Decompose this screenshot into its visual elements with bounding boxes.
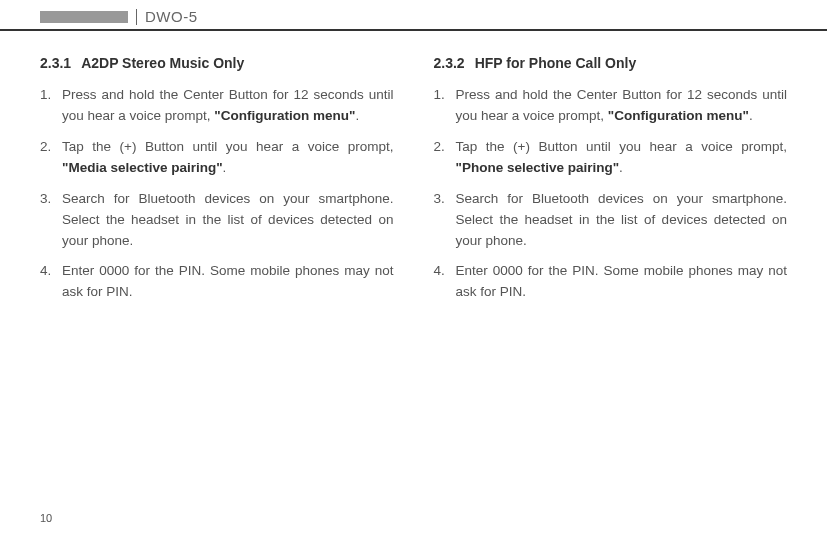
step-text-post: . [355,108,359,123]
step-item: Enter 0000 for the PIN. Some mobile phon… [40,261,394,303]
step-item: Tap the (+) Button until you hear a voic… [434,137,788,179]
step-text-pre: Search for Bluetooth devices on your sma… [62,191,394,248]
step-item: Search for Bluetooth devices on your sma… [40,189,394,252]
content-area: 2.3.1A2DP Stereo Music Only Press and ho… [0,31,827,313]
step-text-pre: Tap the (+) Button until you hear a voic… [62,139,394,154]
steps-list-right: Press and hold the Center Button for 12 … [434,85,788,303]
step-text-bold: "Media selective pairing" [62,160,223,175]
step-text-bold: "Phone selective pairing" [456,160,620,175]
left-column: 2.3.1A2DP Stereo Music Only Press and ho… [40,55,394,313]
right-column: 2.3.2HFP for Phone Call Only Press and h… [434,55,788,313]
model-name: DWO-5 [145,8,198,25]
step-text-post: . [223,160,227,175]
step-text-post: . [749,108,753,123]
step-item: Search for Bluetooth devices on your sma… [434,189,788,252]
step-text-pre: Enter 0000 for the PIN. Some mobile phon… [456,263,788,299]
heading-number: 2.3.1 [40,55,71,71]
heading-number: 2.3.2 [434,55,465,71]
section-heading-right: 2.3.2HFP for Phone Call Only [434,55,788,71]
step-item: Press and hold the Center Button for 12 … [40,85,394,127]
page-number: 10 [40,512,52,524]
steps-list-left: Press and hold the Center Button for 12 … [40,85,394,303]
header-divider [136,9,137,25]
section-heading-left: 2.3.1A2DP Stereo Music Only [40,55,394,71]
step-item: Press and hold the Center Button for 12 … [434,85,788,127]
step-text-pre: Enter 0000 for the PIN. Some mobile phon… [62,263,394,299]
page-header: DWO-5 [0,0,827,31]
step-text-post: . [619,160,623,175]
step-text-pre: Search for Bluetooth devices on your sma… [456,191,788,248]
heading-text: A2DP Stereo Music Only [81,55,244,71]
step-item: Enter 0000 for the PIN. Some mobile phon… [434,261,788,303]
step-item: Tap the (+) Button until you hear a voic… [40,137,394,179]
step-text-pre: Tap the (+) Button until you hear a voic… [456,139,788,154]
heading-text: HFP for Phone Call Only [475,55,637,71]
step-text-bold: "Configuration menu" [214,108,355,123]
step-text-bold: "Configuration menu" [608,108,749,123]
header-accent-bar [40,11,128,23]
